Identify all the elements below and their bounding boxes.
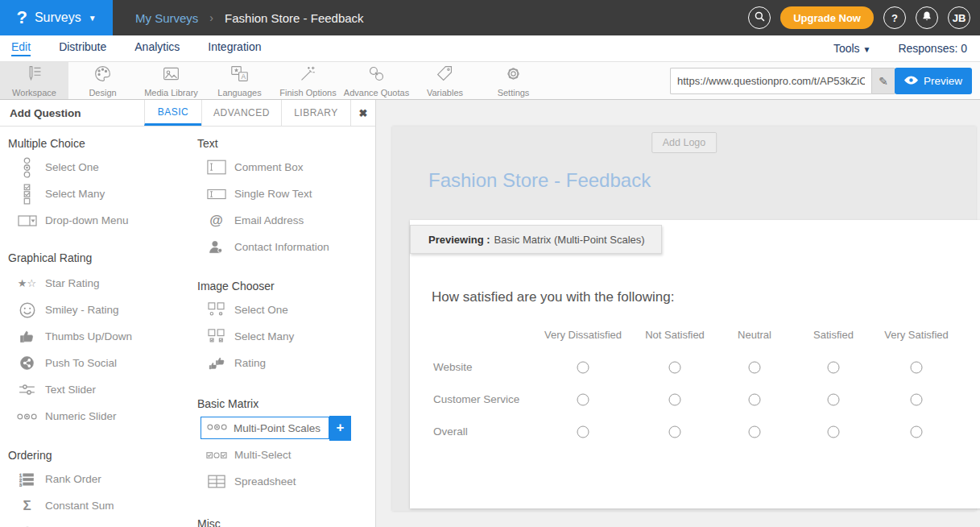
- single-row-icon: [205, 189, 227, 200]
- close-panel-button[interactable]: ✖: [350, 100, 375, 126]
- chevron-down-icon: ▼: [862, 45, 870, 54]
- product-switcher[interactable]: ? Surveys ▼: [0, 0, 113, 35]
- qtype-rank-order[interactable]: 123 Rank Order: [0, 466, 189, 492]
- bell-icon: [921, 10, 932, 25]
- matrix-radio[interactable]: [577, 362, 589, 374]
- toolbar-finish-options[interactable]: Finish Options: [274, 62, 342, 99]
- matrix-col-header: Satisfied: [813, 329, 854, 341]
- matrix-radio[interactable]: [749, 426, 761, 438]
- qtype-thumbs-up-down[interactable]: Thumbs Up/Down: [0, 323, 189, 350]
- section-misc: Misc: [197, 517, 376, 527]
- previewing-tooltip: Previewing : Basic Matrix (Multi-Point S…: [410, 225, 662, 254]
- qtype-image-select-many[interactable]: Select Many: [189, 323, 376, 350]
- product-name: Surveys: [35, 10, 81, 25]
- qtype-multi-point-scales[interactable]: Multi-Point Scales: [201, 417, 329, 439]
- qtype-image-select-one[interactable]: Select One: [189, 297, 376, 323]
- tab-edit[interactable]: Edit: [11, 40, 31, 56]
- comment-box-icon: [205, 160, 227, 175]
- matrix-question-text: How satisfied are you with the following…: [432, 289, 674, 305]
- upgrade-now-button[interactable]: Upgrade Now: [780, 6, 874, 29]
- matrix-radio[interactable]: [669, 394, 681, 406]
- matrix-radio[interactable]: [577, 394, 589, 406]
- section-multiple-choice: Multiple Choice: [8, 137, 189, 151]
- qtype-image-rating[interactable]: Rating: [189, 350, 376, 376]
- help-button[interactable]: ?: [883, 6, 906, 29]
- survey-name[interactable]: Fashion Store - Feedback: [225, 11, 364, 25]
- breadcrumb-separator-icon: ›: [209, 11, 213, 24]
- responses-count[interactable]: Responses: 0: [898, 42, 967, 55]
- toolbar-languages[interactable]: A Languages: [205, 62, 274, 99]
- search-button[interactable]: [748, 6, 771, 29]
- breadcrumb-my-surveys[interactable]: My Surveys: [135, 11, 198, 25]
- qtype-email-address[interactable]: @ Email Address: [189, 207, 376, 234]
- survey-preview-area: Add Logo Fashion Store - Feedback Previe…: [377, 100, 980, 527]
- section-text: Text: [197, 137, 376, 151]
- matrix-radio[interactable]: [828, 362, 840, 374]
- matrix-radio[interactable]: [749, 394, 761, 406]
- matrix-radio[interactable]: [669, 426, 681, 438]
- svg-text:1: 1: [19, 472, 22, 477]
- tab-library[interactable]: LIBRARY: [281, 100, 350, 126]
- matrix-radio[interactable]: [749, 362, 761, 374]
- toolbar-variables[interactable]: Variables: [411, 62, 479, 99]
- notifications-button[interactable]: [916, 6, 938, 29]
- qtype-multi-point-scales-row: Multi-Point Scales +: [189, 414, 376, 442]
- matrix-radio[interactable]: [669, 362, 681, 374]
- edit-url-button[interactable]: ✎: [871, 68, 895, 94]
- section-graphical-rating: Graphical Rating: [8, 251, 189, 265]
- tools-menu[interactable]: Tools ▼: [833, 42, 870, 55]
- qtype-select-one[interactable]: Select One: [0, 154, 189, 181]
- svg-text:A: A: [242, 73, 246, 81]
- toolbar-design[interactable]: Design: [68, 62, 137, 99]
- questionpro-logo-icon: ?: [16, 9, 27, 27]
- toolbar-settings[interactable]: Settings: [479, 62, 548, 99]
- qtype-dropdown-menu[interactable]: Drop-down Menu: [0, 207, 189, 234]
- tab-advanced[interactable]: ADVANCED: [201, 100, 281, 126]
- qtype-comment-box[interactable]: Comment Box: [189, 154, 376, 181]
- matrix-radio[interactable]: [911, 426, 923, 438]
- matrix-radio[interactable]: [828, 426, 840, 438]
- matrix-col-header: Very Dissatisfied: [544, 329, 622, 341]
- contact-person-icon: [205, 239, 227, 255]
- add-question-panel: Add Question BASIC ADVANCED LIBRARY ✖ Mu…: [0, 100, 376, 527]
- qtype-contact-information[interactable]: Contact Information: [189, 234, 376, 260]
- preview-button[interactable]: Preview: [895, 68, 972, 94]
- qtype-smiley-rating[interactable]: Smiley - Rating: [0, 297, 189, 323]
- qtype-drag-and-drop[interactable]: Drag and Drop: [0, 519, 189, 527]
- qtype-constant-sum[interactable]: Σ Constant Sum: [0, 492, 189, 519]
- qtype-spreadsheet[interactable]: Spreadsheet: [189, 468, 376, 495]
- qtype-single-row-text[interactable]: Single Row Text: [189, 181, 376, 207]
- at-sign-icon: @: [205, 213, 227, 229]
- qtype-text-slider[interactable]: Text Slider: [0, 376, 189, 403]
- qtype-push-to-social[interactable]: Push To Social: [0, 350, 189, 376]
- image-icon: [162, 64, 180, 86]
- matrix-radio[interactable]: [911, 362, 923, 374]
- add-logo-button[interactable]: Add Logo: [651, 132, 717, 153]
- breadcrumb: My Surveys › Fashion Store - Feedback: [135, 0, 364, 35]
- qtype-star-rating[interactable]: ★☆ Star Rating: [0, 270, 189, 297]
- main-nav: Edit Distribute Analytics Integration To…: [0, 35, 980, 62]
- avatar[interactable]: JB: [948, 6, 970, 29]
- toolbar-media-library[interactable]: Media Library: [137, 62, 205, 99]
- add-question-plus-button[interactable]: +: [329, 416, 351, 441]
- tab-integration[interactable]: Integration: [208, 40, 261, 56]
- scale-points-icon: [207, 422, 227, 434]
- matrix-radio[interactable]: [911, 394, 923, 406]
- thumbs-rating-icon: [205, 356, 227, 371]
- top-bar: ? Surveys ▼ My Surveys › Fashion Store -…: [0, 0, 980, 35]
- matrix-row-label: Website: [433, 361, 473, 373]
- qtype-multi-select[interactable]: Multi-Select: [189, 442, 376, 468]
- qtype-select-many[interactable]: Select Many: [0, 181, 189, 207]
- qtype-numeric-slider[interactable]: Numeric Slider: [0, 403, 189, 429]
- survey-url-input[interactable]: [670, 68, 871, 94]
- image-radio-icon: [205, 302, 227, 317]
- tab-basic[interactable]: BASIC: [144, 100, 201, 126]
- tab-distribute[interactable]: Distribute: [59, 40, 106, 56]
- toolbar-workspace[interactable]: Workspace: [0, 62, 68, 99]
- survey-preview-title: Fashion Store - Feedback: [428, 169, 651, 192]
- matrix-radio[interactable]: [828, 394, 840, 406]
- question-preview-panel: Previewing : Basic Matrix (Multi-Point S…: [410, 220, 980, 508]
- toolbar-advance-quotas[interactable]: Advance Quotas: [342, 62, 411, 99]
- tab-analytics[interactable]: Analytics: [134, 40, 180, 56]
- matrix-radio[interactable]: [577, 426, 589, 438]
